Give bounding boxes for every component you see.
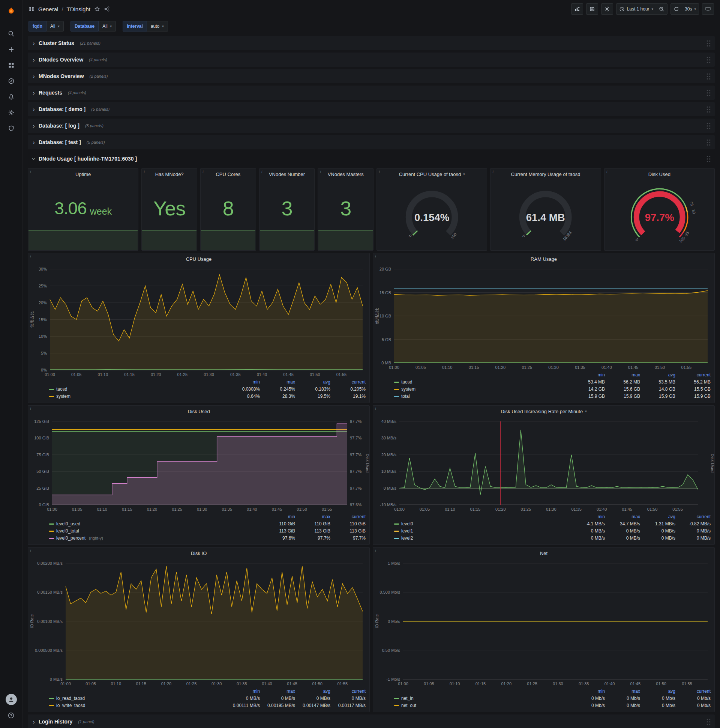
panel-title[interactable]: Current Memory Usage of taosd bbox=[491, 168, 600, 180]
row-title[interactable]: DNode Usage [ huolinhe-TM1701:6030 ] bbox=[39, 156, 137, 162]
variable-value-dropdown[interactable]: All▾ bbox=[99, 21, 116, 32]
row-title[interactable]: Requests bbox=[39, 90, 62, 96]
breadcrumb-folder[interactable]: General bbox=[38, 6, 58, 12]
legend-col-header[interactable]: min bbox=[570, 372, 605, 379]
legend-col-header[interactable]: current bbox=[330, 379, 366, 386]
panel-info-icon[interactable]: i bbox=[30, 169, 31, 173]
variable-value-dropdown[interactable]: auto▾ bbox=[147, 21, 168, 32]
panel-title[interactable]: VNodes Masters bbox=[318, 168, 373, 180]
dashboard-row[interactable]: ›Database: [ demo ](5 panels) bbox=[28, 102, 715, 116]
grafana-logo-icon[interactable] bbox=[3, 3, 19, 20]
drag-handle-icon[interactable] bbox=[706, 106, 711, 113]
panel-title[interactable]: CPU Cores bbox=[201, 168, 256, 180]
dashboard-row[interactable]: ›Database: [ test ](5 panels) bbox=[28, 135, 715, 149]
row-title[interactable]: Database: [ demo ] bbox=[39, 106, 85, 112]
star-icon[interactable] bbox=[94, 6, 100, 12]
panel-info-icon[interactable]: i bbox=[320, 169, 321, 173]
legend-col-header[interactable]: min bbox=[225, 688, 260, 695]
legend-col-header[interactable]: avg bbox=[640, 688, 675, 695]
panel-title[interactable]: CPU Usage bbox=[28, 253, 369, 265]
variable-database[interactable]: Database All▾ bbox=[70, 21, 116, 32]
legend-col-header[interactable]: current bbox=[330, 513, 366, 520]
panel-info-icon[interactable]: i bbox=[30, 254, 31, 258]
refresh-button[interactable] bbox=[671, 3, 682, 15]
legend-col-header[interactable]: max bbox=[295, 513, 330, 520]
legend-series[interactable]: level0 bbox=[394, 520, 570, 528]
row-title[interactable]: DNodes Overview bbox=[39, 57, 83, 63]
row-title[interactable]: Database: [ test ] bbox=[39, 139, 81, 145]
dashboard-grid-icon[interactable] bbox=[29, 6, 35, 12]
legend-col-header[interactable]: avg bbox=[295, 688, 330, 695]
zoom-out-time-button[interactable] bbox=[656, 3, 668, 15]
time-range-picker[interactable]: Last 1 hour ▾ bbox=[616, 3, 657, 15]
user-avatar[interactable] bbox=[3, 692, 19, 707]
legend-col-header[interactable]: current bbox=[675, 513, 711, 520]
legend-col-header[interactable]: max bbox=[605, 513, 640, 520]
share-icon[interactable] bbox=[104, 6, 110, 12]
panel-title[interactable]: Uptime bbox=[28, 168, 138, 180]
dashboard-row-login-history[interactable]: › Login History (1 panel) bbox=[28, 714, 715, 728]
variable-value-dropdown[interactable]: All▾ bbox=[46, 21, 64, 32]
legend-series[interactable]: level0_percent (right-y) bbox=[49, 535, 260, 542]
alerting-bell-icon[interactable] bbox=[3, 89, 19, 104]
drag-handle-icon[interactable] bbox=[706, 56, 711, 63]
drag-handle-icon[interactable] bbox=[706, 139, 711, 146]
dashboard-row[interactable]: ›Requests(4 panels) bbox=[28, 86, 715, 100]
configuration-gear-icon[interactable] bbox=[3, 105, 19, 120]
dashboard-row[interactable]: ›Cluster Status(21 panels) bbox=[28, 36, 715, 50]
legend-series[interactable]: system bbox=[394, 386, 570, 393]
legend-series[interactable]: level0_total bbox=[49, 528, 260, 535]
drag-handle-icon[interactable] bbox=[706, 122, 711, 130]
chart-canvas[interactable]: 125 GiB100 GiB75 GiB50 GiB25 GiB0 GiB97.… bbox=[28, 417, 369, 513]
row-title[interactable]: MNodes Overview bbox=[39, 73, 84, 79]
dashboard-row[interactable]: ›MNodes Overview(2 panels) bbox=[28, 69, 715, 83]
panel-info-icon[interactable]: i bbox=[379, 169, 380, 173]
search-icon[interactable] bbox=[3, 26, 19, 41]
dashboard-row[interactable]: ›DNodes Overview(4 panels) bbox=[28, 52, 715, 67]
variable-interval[interactable]: Interval auto▾ bbox=[123, 21, 168, 32]
legend-col-header[interactable]: max bbox=[260, 379, 295, 386]
panel-info-icon[interactable]: i bbox=[375, 548, 376, 552]
legend-col-header[interactable]: min bbox=[570, 513, 605, 520]
dashboards-grid-icon[interactable] bbox=[3, 58, 19, 73]
legend-series[interactable]: taosd bbox=[394, 379, 570, 386]
legend-col-header[interactable]: min bbox=[260, 513, 295, 520]
row-title[interactable]: Cluster Status bbox=[39, 40, 74, 46]
legend-col-header[interactable]: avg bbox=[640, 513, 675, 520]
server-admin-shield-icon[interactable] bbox=[3, 121, 19, 136]
row-title[interactable]: Database: [ log ] bbox=[39, 123, 79, 129]
legend-series[interactable]: level2 bbox=[394, 535, 570, 542]
legend-col-header[interactable]: max bbox=[260, 688, 295, 695]
legend-col-header[interactable]: avg bbox=[640, 372, 675, 379]
panel-info-icon[interactable]: i bbox=[493, 169, 494, 173]
panel-title[interactable]: RAM Usage bbox=[373, 253, 714, 265]
panel-title[interactable]: Disk IO bbox=[28, 548, 369, 559]
chart-canvas[interactable]: 0.00200 MB/s0.00150 MB/s0.00100 MB/s0.00… bbox=[28, 559, 369, 687]
panel-title[interactable]: VNodes Number bbox=[259, 168, 315, 180]
legend-series[interactable]: level1 bbox=[394, 528, 570, 535]
legend-series[interactable]: taosd bbox=[49, 386, 225, 393]
panel-info-icon[interactable]: i bbox=[30, 548, 31, 552]
cycle-view-mode-button[interactable] bbox=[702, 3, 714, 15]
panel-info-icon[interactable]: i bbox=[261, 169, 262, 173]
drag-handle-icon[interactable] bbox=[706, 40, 711, 47]
refresh-interval-picker[interactable]: 30s ▾ bbox=[682, 3, 699, 15]
panel-title[interactable]: Disk Used Increasing Rate per Minute▾ bbox=[373, 406, 714, 417]
legend-col-header[interactable]: max bbox=[605, 372, 640, 379]
panel-title[interactable]: Disk Used bbox=[28, 406, 369, 417]
panel-info-icon[interactable]: i bbox=[375, 254, 376, 258]
panel-info-icon[interactable]: i bbox=[375, 406, 376, 410]
dashboard-row[interactable]: ›Database: [ log ](5 panels) bbox=[28, 119, 715, 133]
dashboard-row-expanded[interactable]: › DNode Usage [ huolinhe-TM1701:6030 ] bbox=[28, 151, 715, 166]
breadcrumb-dashboard[interactable]: TDinsight bbox=[67, 6, 90, 12]
legend-series[interactable]: io_read_taosd bbox=[49, 695, 225, 702]
panel-title[interactable]: Current CPU Usage of taosd▾ bbox=[377, 168, 487, 180]
legend-col-header[interactable]: current bbox=[675, 688, 711, 695]
panel-title[interactable]: Disk Used bbox=[604, 168, 714, 180]
save-dashboard-button[interactable] bbox=[586, 3, 598, 15]
legend-col-header[interactable]: max bbox=[605, 688, 640, 695]
legend-col-header[interactable]: current bbox=[330, 688, 366, 695]
chart-canvas[interactable]: 40 MB/s30 MB/s20 MB/s10 MB/s0 MB/s-10 MB… bbox=[373, 417, 714, 513]
panel-title[interactable]: Has MNode? bbox=[142, 168, 197, 180]
panel-info-icon[interactable]: i bbox=[606, 169, 607, 173]
